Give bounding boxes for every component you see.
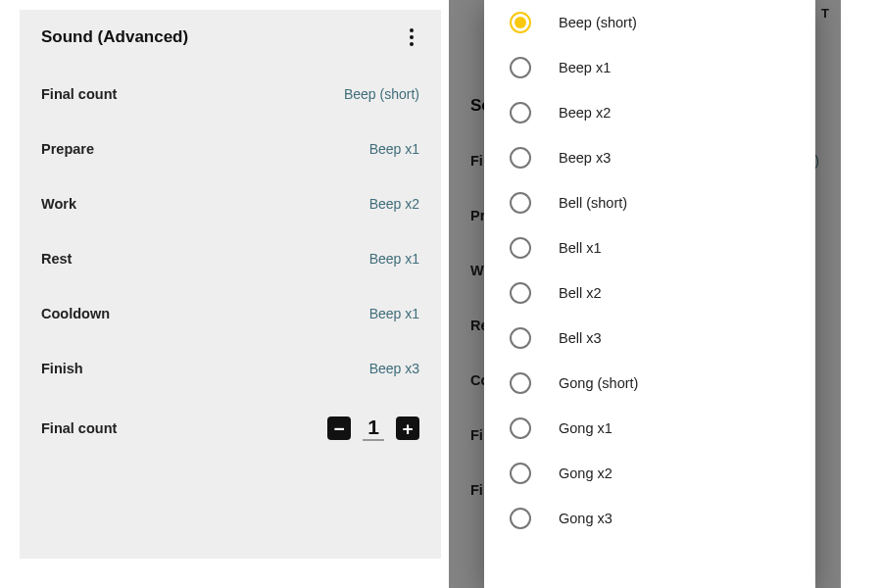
sound-option[interactable]: Gong x2 (484, 451, 815, 496)
radio-icon (510, 237, 531, 259)
bg-value-partial: ) (814, 153, 819, 169)
radio-icon (510, 192, 531, 214)
stepper-value[interactable]: 1 (363, 416, 384, 441)
sound-option[interactable]: Beep (short) (484, 0, 815, 45)
radio-icon (510, 12, 531, 33)
sound-option[interactable]: Gong (short) (484, 361, 815, 406)
sound-option[interactable]: Beep x2 (484, 90, 815, 135)
plus-icon: + (402, 419, 413, 438)
setting-row-rest[interactable]: Rest Beep x1 (20, 231, 441, 286)
quantity-stepper: − 1 + (327, 416, 419, 441)
sound-option[interactable]: Bell x2 (484, 270, 815, 316)
sound-option-label: Beep (short) (559, 15, 637, 30)
setting-row-cooldown[interactable]: Cooldown Beep x1 (20, 286, 441, 341)
radio-icon (510, 463, 531, 484)
setting-label: Finish (41, 361, 83, 376)
setting-label: Final count (41, 86, 117, 102)
setting-value[interactable]: Beep (short) (344, 86, 419, 102)
panel-header: Sound (Advanced) (20, 10, 441, 67)
setting-row-prepare[interactable]: Prepare Beep x1 (20, 122, 441, 176)
sound-settings-panel: Sound (Advanced) Final count Beep (short… (20, 10, 441, 559)
sound-option[interactable]: Gong x3 (484, 496, 815, 541)
sound-option-label: Gong x3 (559, 511, 612, 526)
radio-icon (510, 417, 531, 439)
stepper-row-final-count: Final count − 1 + (20, 396, 441, 461)
radio-icon (510, 327, 531, 349)
setting-value[interactable]: Beep x1 (369, 141, 419, 157)
sound-option-label: Gong x1 (559, 420, 612, 436)
setting-value[interactable]: Beep x1 (369, 306, 419, 321)
page-title: Sound (Advanced) (41, 27, 188, 47)
sound-option-label: Bell x2 (559, 285, 602, 301)
sound-option-label: Bell (short) (559, 195, 627, 211)
setting-row-final-count[interactable]: Final count Beep (short) (20, 67, 441, 122)
setting-label: Prepare (41, 141, 94, 157)
radio-icon (510, 282, 531, 304)
decrement-button[interactable]: − (327, 416, 351, 440)
more-vert-icon (410, 28, 414, 32)
sound-option[interactable]: Bell x3 (484, 316, 815, 361)
sound-option-label: Bell x1 (559, 240, 602, 256)
setting-row-work[interactable]: Work Beep x2 (20, 176, 441, 231)
setting-label: Rest (41, 251, 72, 267)
setting-value[interactable]: Beep x2 (369, 196, 419, 212)
sound-option-label: Beep x2 (559, 105, 611, 121)
setting-row-finish[interactable]: Finish Beep x3 (20, 341, 441, 396)
sound-option-label: Beep x1 (559, 60, 611, 75)
setting-label: Work (41, 196, 76, 212)
sound-option-label: Beep x3 (559, 150, 611, 166)
stepper-label: Final count (41, 420, 117, 436)
sound-option[interactable]: Bell (short) (484, 180, 815, 225)
radio-icon (510, 372, 531, 394)
sound-option-label: Bell x3 (559, 330, 602, 346)
more-options-button[interactable] (400, 25, 423, 49)
setting-label: Cooldown (41, 306, 110, 321)
radio-icon (510, 147, 531, 169)
sound-picker-sheet: Beep (short)Beep x1Beep x2Beep x3Bell (s… (484, 0, 815, 588)
sound-option[interactable]: Beep x1 (484, 45, 815, 90)
sound-option[interactable]: Gong x1 (484, 406, 815, 451)
radio-icon (510, 508, 531, 529)
increment-button[interactable]: + (396, 416, 419, 440)
radio-icon (510, 57, 531, 78)
setting-value[interactable]: Beep x1 (369, 251, 419, 267)
minus-icon: − (333, 419, 344, 438)
sound-option-label: Gong x2 (559, 466, 612, 481)
bg-corner-text: T (821, 6, 829, 21)
sound-option[interactable]: Beep x3 (484, 135, 815, 180)
setting-value[interactable]: Beep x3 (369, 361, 419, 376)
sound-option[interactable]: Bell x1 (484, 225, 815, 270)
sound-option-label: Gong (short) (559, 375, 638, 391)
radio-icon (510, 102, 531, 123)
